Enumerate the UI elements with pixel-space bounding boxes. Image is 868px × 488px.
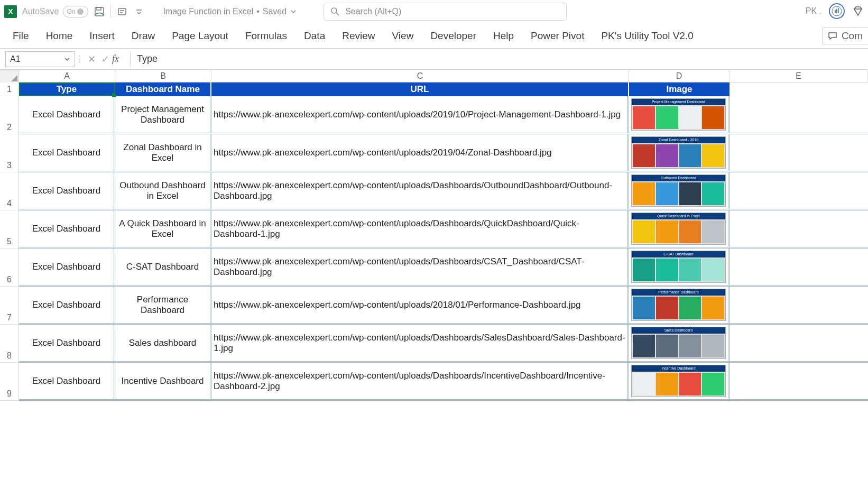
ribbon-tabs: File Home Insert Draw Page Layout Formul… [0, 23, 868, 49]
doc-name: Image Function in Excel [163, 7, 253, 16]
cell-type[interactable]: Excel Dashboard [19, 325, 115, 361]
customize-qat-icon[interactable] [133, 6, 145, 17]
cell-dashboard-name[interactable]: Outbound Dashboard in Excel [115, 172, 211, 209]
row-headers: 1 2 3 4 5 6 7 8 9 [0, 82, 19, 485]
cell-url[interactable]: https://www.pk-anexcelexpert.com/wp-cont… [211, 325, 629, 361]
tab-file[interactable]: File [13, 30, 29, 42]
cell-type[interactable]: Excel Dashboard [19, 96, 115, 133]
row-header-2[interactable]: 2 [0, 96, 19, 134]
cell-type[interactable]: Excel Dashboard [19, 363, 115, 399]
col-header-d[interactable]: D [629, 70, 730, 82]
tab-draw[interactable]: Draw [132, 30, 155, 42]
col-header-b[interactable]: B [115, 70, 211, 82]
cell-type[interactable]: Excel Dashboard [19, 248, 115, 285]
cell-dashboard-name[interactable]: Performance Dashboard [115, 287, 211, 323]
tab-insert[interactable]: Insert [89, 30, 115, 42]
tab-formulas[interactable]: Formulas [245, 30, 287, 42]
cells-area: Type Dashboard Name URL Image Excel Dash… [19, 82, 868, 485]
tab-pk-utility[interactable]: PK's Utility Tool V2.0 [601, 30, 693, 42]
header-type[interactable]: Type [19, 82, 115, 96]
comments-label: Com [842, 30, 863, 42]
table-row: Excel DashboardZonal Dashboard in Excelh… [19, 134, 868, 172]
cell-image[interactable]: Quick Dashboard in Excel [629, 210, 730, 247]
tab-review[interactable]: Review [342, 30, 375, 42]
row-header-3[interactable]: 3 [0, 134, 19, 172]
cell-dashboard-name[interactable]: Zonal Dashboard in Excel [115, 134, 211, 171]
enter-formula-icon[interactable]: ✓ [98, 53, 112, 65]
comments-button[interactable]: Com [822, 27, 868, 44]
svg-rect-7 [838, 8, 839, 13]
row-header-5[interactable]: 5 [0, 210, 19, 248]
cell-image[interactable]: Incentive Dashboard [629, 363, 730, 399]
cell-url[interactable]: https://www.pk-anexcelexpert.com/wp-cont… [211, 96, 629, 133]
cell-image[interactable]: Project Management Dashboard [629, 96, 730, 133]
col-header-e[interactable]: E [730, 70, 868, 82]
cell-dashboard-name[interactable]: C-SAT Dashboard [115, 248, 211, 285]
svg-rect-2 [118, 8, 126, 15]
table-row: Excel DashboardC-SAT Dashboardhttps://ww… [19, 248, 868, 287]
header-name[interactable]: Dashboard Name [115, 82, 211, 96]
tab-page-layout[interactable]: Page Layout [172, 30, 228, 42]
chevron-down-icon [64, 56, 70, 62]
cell-url[interactable]: https://www.pk-anexcelexpert.com/wp-cont… [211, 248, 629, 285]
spreadsheet-grid: A B C D E 1 2 3 4 5 6 7 8 9 Type Dashboa… [0, 70, 868, 485]
cell-dashboard-name[interactable]: Project Management Dashboard [115, 96, 211, 133]
svg-rect-5 [835, 10, 836, 13]
svg-point-3 [331, 8, 337, 13]
name-box[interactable]: A1 [5, 51, 75, 67]
cell-url[interactable]: https://www.pk-anexcelexpert.com/wp-cont… [211, 287, 629, 323]
diamond-icon[interactable] [852, 5, 864, 17]
row-header-7[interactable]: 7 [0, 287, 19, 325]
cell-url[interactable]: https://www.pk-anexcelexpert.com/wp-cont… [211, 134, 629, 171]
tab-power-pivot[interactable]: Power Pivot [531, 30, 584, 42]
formula-input[interactable]: Type [130, 51, 868, 67]
cancel-formula-icon[interactable]: ✕ [85, 53, 98, 65]
dashboard-thumbnail: Sales Dashboard [631, 327, 726, 359]
cell-dashboard-name[interactable]: A Quick Dashboard in Excel [115, 210, 211, 247]
tab-view[interactable]: View [392, 30, 414, 42]
autosave-toggle[interactable]: On [63, 6, 88, 17]
cell-url[interactable]: https://www.pk-anexcelexpert.com/wp-cont… [211, 210, 629, 247]
select-all-button[interactable] [0, 70, 19, 82]
cell-type[interactable]: Excel Dashboard [19, 210, 115, 247]
cell-image[interactable]: Performance Dashboard [629, 287, 730, 323]
title-right: PK . [806, 3, 864, 19]
tab-data[interactable]: Data [304, 30, 325, 42]
saved-status: Saved [263, 7, 287, 16]
tab-developer[interactable]: Developer [430, 30, 476, 42]
cell-type[interactable]: Excel Dashboard [19, 287, 115, 323]
document-title[interactable]: Image Function in Excel • Saved [163, 7, 297, 16]
title-bar: X AutoSave On Image Function in Excel • … [0, 0, 868, 23]
search-icon [330, 7, 340, 16]
tab-help[interactable]: Help [493, 30, 514, 42]
qat-icon-1[interactable] [116, 6, 128, 17]
cell-dashboard-name[interactable]: Incentive Dashboard [115, 363, 211, 399]
fx-icon[interactable]: fx [112, 53, 126, 65]
cell-image[interactable]: Sales Dashboard [629, 325, 730, 361]
search-input[interactable]: Search (Alt+Q) [324, 3, 567, 21]
cell-dashboard-name[interactable]: Sales dashboard [115, 325, 211, 361]
save-icon[interactable] [94, 6, 105, 17]
tab-home[interactable]: Home [46, 30, 73, 42]
svg-rect-6 [836, 9, 837, 13]
row-header-6[interactable]: 6 [0, 248, 19, 287]
row-header-8[interactable]: 8 [0, 325, 19, 363]
cell-image[interactable]: Zonal Dashboard - 2018 [629, 134, 730, 171]
cell-type[interactable]: Excel Dashboard [19, 172, 115, 209]
cell-image[interactable]: C-SAT Dashboard [629, 248, 730, 285]
avatar[interactable] [829, 3, 845, 19]
col-header-c[interactable]: C [211, 70, 629, 82]
header-url[interactable]: URL [211, 82, 629, 96]
cell-url[interactable]: https://www.pk-anexcelexpert.com/wp-cont… [211, 363, 629, 399]
table-row: Excel DashboardSales dashboardhttps://ww… [19, 325, 868, 363]
row-header-4[interactable]: 4 [0, 172, 19, 210]
empty-rows[interactable] [19, 401, 868, 485]
row-header-1[interactable]: 1 [0, 82, 19, 96]
row-header-9[interactable]: 9 [0, 363, 19, 401]
col-header-a[interactable]: A [19, 70, 115, 82]
cell-url[interactable]: https://www.pk-anexcelexpert.com/wp-cont… [211, 172, 629, 209]
cell-image[interactable]: Outbound Dashboard [629, 172, 730, 209]
header-image[interactable]: Image [629, 82, 730, 96]
cell-type[interactable]: Excel Dashboard [19, 134, 115, 171]
formula-bar: A1 ⋮ ✕ ✓ fx Type [0, 49, 868, 70]
